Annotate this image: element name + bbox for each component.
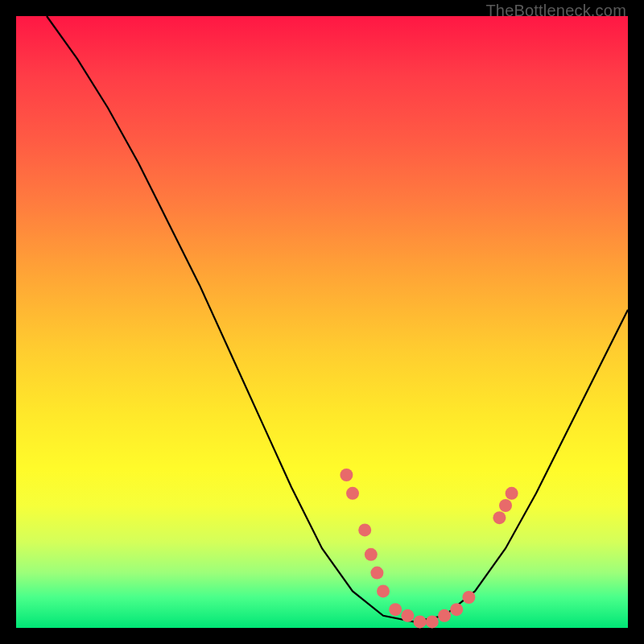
data-marker xyxy=(438,609,451,622)
data-marker xyxy=(346,487,359,500)
data-marker xyxy=(426,615,439,628)
chart-svg xyxy=(16,16,628,628)
data-marker xyxy=(450,603,463,616)
data-marker xyxy=(493,511,506,524)
plot-area xyxy=(16,16,628,628)
watermark-text: TheBottleneck.com xyxy=(485,2,626,20)
data-marker xyxy=(499,499,512,512)
data-marker xyxy=(365,548,378,561)
data-marker xyxy=(401,609,414,622)
data-marker xyxy=(414,615,427,628)
data-marker xyxy=(462,591,475,604)
data-markers xyxy=(340,469,518,628)
data-marker xyxy=(506,487,518,500)
data-marker xyxy=(377,584,390,597)
data-marker xyxy=(340,469,353,481)
data-marker xyxy=(389,603,402,616)
data-marker xyxy=(358,523,371,536)
bottleneck-curve xyxy=(47,16,628,621)
data-marker xyxy=(370,567,383,580)
